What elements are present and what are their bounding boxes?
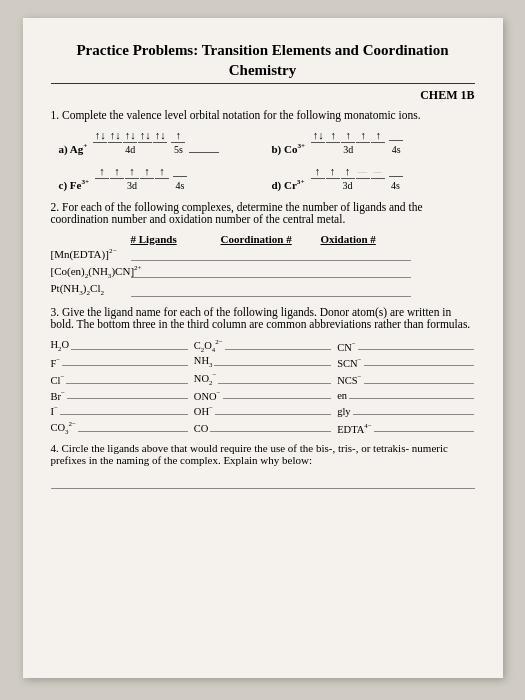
orbital-grid: a) Ag+ ↑↓ ↑↓ ↑↓ ↑↓ ↑↓ 4d (59, 129, 475, 191)
ion-cr-3d: ↑ ↑ ↑ __ __ 3d (311, 165, 385, 191)
ion-co-3d: ↑↓ ↑ ↑ ↑ ↑ 3d (311, 129, 385, 155)
ligand-f: F− (51, 355, 188, 368)
question-4: 4. Circle the ligands above that would r… (51, 442, 475, 489)
ion-fe-4s: 4s (173, 176, 187, 191)
ligand-grid: H2O C2O42− CN− F− NH3 SCN− (51, 338, 475, 435)
complex-2-label: [Co(en)2(NH3)CN]2+ (51, 264, 131, 280)
q2-table-header: # Ligands Coordination # Oxidation # (131, 233, 475, 245)
complex-row-2: [Co(en)2(NH3)CN]2+ (51, 264, 475, 280)
ligand-i: I− (51, 404, 188, 417)
ion-cr-4s: 4s (389, 176, 403, 191)
ion-fe: c) Fe3+ ↑ ↑ ↑ ↑ ↑ 3d 4 (59, 165, 262, 191)
complex-2-ox (321, 264, 411, 278)
ligand-oh: OH− (194, 404, 331, 417)
complex-3-label: Pt(NH3)2Cl2 (51, 282, 131, 297)
ion-cr: d) Cr3+ ↑ ↑ ↑ __ __ 3d (272, 165, 475, 191)
ligand-c2o4: C2O42− (194, 338, 331, 353)
ion-ag-5s: ↑ 5s (171, 129, 185, 155)
ion-fe-label: c) Fe3+ (59, 178, 90, 191)
ligand-edta: EDTA4− (337, 420, 474, 435)
header-ligands: # Ligands (131, 233, 221, 245)
ligand-en: en (337, 389, 474, 402)
ligand-nh3: NH3 (194, 355, 331, 368)
ligand-cl: Cl− (51, 371, 188, 386)
complex-1-ox (321, 247, 411, 261)
ion-ag-4d: ↑↓ ↑↓ ↑↓ ↑↓ ↑↓ 4d (93, 129, 167, 155)
chem-label: CHEM 1B (51, 88, 475, 103)
ion-co-label: b) Co3+ (272, 142, 306, 155)
question-2: 2. For each of the following complexes, … (51, 201, 475, 298)
complex-3-coord (221, 283, 321, 297)
complex-row-3: Pt(NH3)2Cl2 (51, 282, 475, 297)
complex-2-ligands (131, 264, 221, 278)
complex-3-ox (321, 283, 411, 297)
ion-co-4s: 4s (389, 140, 403, 155)
question-1-text: 1. Complete the valence level orbital no… (51, 109, 475, 121)
question-2-text: 2. For each of the following complexes, … (51, 201, 475, 225)
ion-ag-blank (189, 152, 219, 153)
page-title: Practice Problems: Transition Elements a… (51, 40, 475, 81)
ion-ag: a) Ag+ ↑↓ ↑↓ ↑↓ ↑↓ ↑↓ 4d (59, 129, 262, 155)
q4-answer-line (51, 488, 475, 489)
ligand-co3: CO32− (51, 420, 188, 435)
complex-3-ligands (131, 283, 221, 297)
complex-2-coord (221, 264, 321, 278)
ligand-co: CO (194, 420, 331, 435)
ligand-scn: SCN− (337, 355, 474, 368)
ion-co: b) Co3+ ↑↓ ↑ ↑ ↑ ↑ 3d (272, 129, 475, 155)
complex-row-1: [Mn(EDTA)]2− (51, 247, 475, 261)
ligand-gly: gly (337, 404, 474, 417)
ligand-cn: CN− (337, 338, 474, 353)
ligand-h2o: H2O (51, 338, 188, 353)
header-oxidation: Oxidation # (321, 233, 411, 245)
question-3-text: 3. Give the ligand name for each of the … (51, 306, 475, 330)
title-divider (51, 83, 475, 84)
ligand-ncs: NCS− (337, 371, 474, 386)
header-coordination: Coordination # (221, 233, 321, 245)
ion-ag-label: a) Ag+ (59, 142, 88, 155)
ligand-ono: ONO− (194, 389, 331, 402)
complex-1-ligands (131, 247, 221, 261)
ligand-br: Br− (51, 389, 188, 402)
ion-cr-label: d) Cr3+ (272, 178, 305, 191)
page: Practice Problems: Transition Elements a… (23, 18, 503, 678)
complex-1-label: [Mn(EDTA)]2− (51, 247, 131, 260)
complex-1-coord (221, 247, 321, 261)
question-3: 3. Give the ligand name for each of the … (51, 306, 475, 435)
ion-fe-3d: ↑ ↑ ↑ ↑ ↑ 3d (95, 165, 169, 191)
ligand-no2: NO2− (194, 371, 331, 386)
